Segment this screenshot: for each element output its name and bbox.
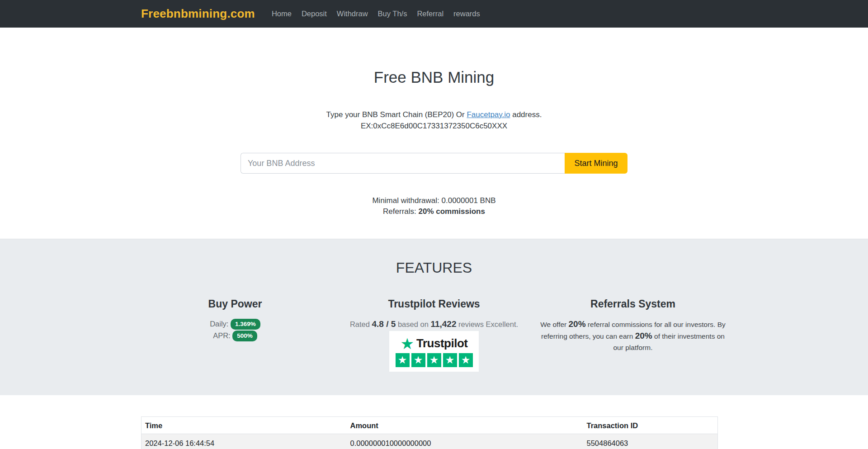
referrals-heading: Referrals System: [539, 298, 727, 310]
table-header-row: Time Amount Transaction ID: [142, 417, 718, 434]
feature-referrals: Referrals System We offer 20% referral c…: [533, 298, 732, 372]
star-icon: ★: [396, 353, 410, 367]
col-header-txid: Transaction ID: [583, 417, 718, 434]
features-title: FEATURES: [0, 259, 868, 277]
referrals-description: We offer 20% referral commissions for al…: [539, 318, 727, 353]
brand-logo[interactable]: Freebnbmining.com: [141, 7, 255, 21]
transactions-section: Time Amount Transaction ID 2024-12-06 16…: [141, 416, 717, 449]
star-glyph: ★: [414, 355, 423, 365]
daily-badge: 1.369%: [231, 319, 260, 330]
faucetpay-link[interactable]: Faucetpay.io: [467, 110, 510, 119]
nav-item-rewards[interactable]: rewards: [448, 7, 485, 21]
min-withdrawal-text: Minimal withdrawal: 0.0000001 BNB: [0, 195, 868, 206]
based-on-label: based on: [396, 320, 430, 328]
feature-trustpilot: Trustpilot Reviews Rated 4.8 / 5 based o…: [335, 298, 533, 372]
page-title: Free BNB Mining: [0, 67, 868, 87]
star-glyph: ★: [445, 355, 455, 365]
navbar: Freebnbmining.com Home Deposit Withdraw …: [0, 0, 868, 28]
trustpilot-rating-text: Rated 4.8 / 5 based on 11,422 reviews Ex…: [340, 318, 528, 330]
trustpilot-star-icon: ★: [401, 336, 414, 351]
daily-label: Daily:: [210, 320, 231, 328]
features-section: FEATURES Buy Power Daily: 1.369% APR: 50…: [0, 239, 868, 395]
nav-item-withdraw[interactable]: Withdraw: [332, 7, 373, 21]
ref-bold-1: 20%: [569, 319, 586, 329]
col-header-amount: Amount: [347, 417, 583, 434]
star-icon: ★: [427, 353, 441, 367]
nav-links: Home Deposit Withdraw Buy Th/s Referral …: [267, 7, 485, 21]
star-icon: ★: [459, 353, 473, 367]
star-glyph: ★: [461, 355, 471, 365]
feature-buy-power: Buy Power Daily: 1.369% APR: 500%: [136, 298, 335, 372]
instruction-prefix: Type your BNB Smart Chain (BEP20) Or: [326, 110, 467, 119]
referrals-bold: 20% commissions: [419, 207, 485, 216]
start-mining-button[interactable]: Start Mining: [565, 153, 627, 174]
instruction-suffix: address.: [510, 110, 542, 119]
star-glyph: ★: [398, 355, 407, 365]
features-row: Buy Power Daily: 1.369% APR: 500% Trustp…: [136, 298, 732, 372]
nav-item-home[interactable]: Home: [267, 7, 297, 21]
col-header-time: Time: [142, 417, 347, 434]
cell-time: 2024-12-06 16:44:54: [142, 434, 347, 449]
ref-text-1: We offer: [540, 321, 568, 328]
daily-stat: Daily: 1.369%: [141, 318, 329, 330]
instruction-line: Type your BNB Smart Chain (BEP20) Or Fau…: [0, 109, 868, 120]
reviews-count: 11,422: [430, 319, 456, 329]
table-row: 2024-12-06 16:44:54 0.000000010000000000…: [142, 434, 718, 449]
cell-amount: 0.000000010000000000: [347, 434, 583, 449]
trustpilot-logo-row: ★ Trustpilot: [401, 336, 468, 351]
navbar-container: Freebnbmining.com Home Deposit Withdraw …: [136, 7, 732, 21]
star-glyph: ★: [429, 355, 439, 365]
rated-label: Rated: [350, 320, 372, 328]
referrals-commission-text: Referrals: 20% commissions: [0, 206, 868, 217]
buy-power-heading: Buy Power: [141, 298, 329, 310]
hero-section: Free BNB Mining Type your BNB Smart Chai…: [0, 28, 868, 239]
address-instruction: Type your BNB Smart Chain (BEP20) Or Fau…: [0, 109, 868, 132]
referrals-label: Referrals:: [383, 207, 418, 216]
trustpilot-five-stars: ★ ★ ★ ★ ★: [396, 353, 473, 367]
reviews-suffix: reviews Excellent.: [456, 320, 518, 328]
nav-item-deposit[interactable]: Deposit: [297, 7, 332, 21]
trustpilot-heading: Trustpilot Reviews: [340, 298, 528, 310]
nav-item-referral[interactable]: Referral: [412, 7, 448, 21]
ref-bold-2: 20%: [635, 331, 652, 340]
trustpilot-wordmark: Trustpilot: [416, 336, 467, 350]
star-icon: ★: [411, 353, 425, 367]
mining-input-group: Start Mining: [241, 153, 627, 174]
bnb-address-input[interactable]: [241, 153, 565, 174]
instruction-example: EX:0xCc8E6d00C17331372350C6c50XXX: [0, 120, 868, 132]
rating-value: 4.8 / 5: [372, 319, 396, 329]
apr-label: APR:: [213, 331, 232, 340]
star-icon: ★: [443, 353, 457, 367]
apr-badge: 500%: [232, 331, 257, 341]
cell-txid: 5504864063: [583, 434, 718, 449]
apr-stat: APR: 500%: [141, 330, 329, 341]
trustpilot-logo: ★ Trustpilot ★ ★ ★ ★ ★: [389, 331, 479, 372]
nav-item-buy-ths[interactable]: Buy Th/s: [373, 7, 412, 21]
transactions-table: Time Amount Transaction ID 2024-12-06 16…: [141, 416, 718, 449]
